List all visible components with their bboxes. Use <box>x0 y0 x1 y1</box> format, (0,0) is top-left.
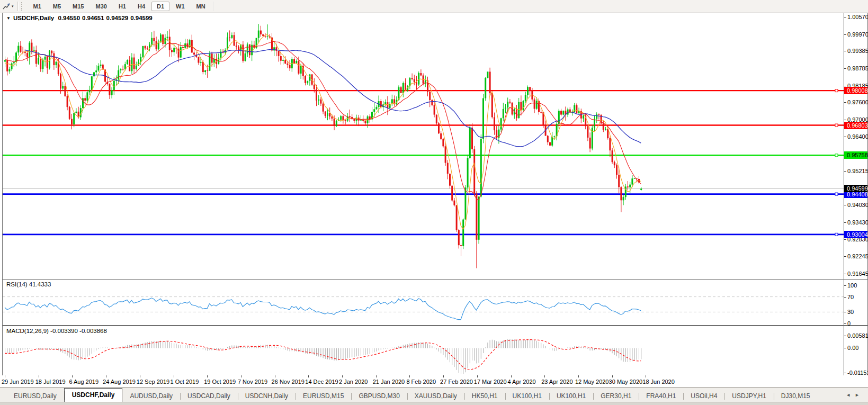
tabs-scroll-right-icon[interactable]: ► <box>855 392 864 398</box>
axis-tick-label: 0.92245 <box>844 253 868 260</box>
date-tick-mark <box>646 375 646 377</box>
title-low: 0.94529 <box>106 15 129 21</box>
chart-tab-eurusd-m15[interactable]: EURUSD,M15 <box>296 391 351 402</box>
toolbar-separator-2 <box>213 2 213 11</box>
title-symbol-period: USDCHF,Daily <box>13 15 54 21</box>
date-tick-mark <box>544 375 545 377</box>
axis-tick-label: 0.95215 <box>844 168 868 175</box>
date-tick-mark <box>409 375 410 377</box>
axis-tick-label: 0.93430 <box>844 219 868 226</box>
level-price-badge: 0.96803 <box>844 122 867 129</box>
chart-tab-usdcad-daily[interactable]: USDCAD,Daily <box>180 391 238 402</box>
date-label: 2 Jan 2020 <box>339 379 368 385</box>
axis-tick-label: 0.99385 <box>844 48 868 55</box>
date-label: 29 Jun 2019 <box>2 379 34 385</box>
macd-label: MACD(12,26,9) -0.003390 -0.003868 <box>6 328 107 334</box>
date-label: 23 Apr 2020 <box>541 379 572 385</box>
timeframe-button-m1[interactable]: M1 <box>28 2 47 11</box>
date-label: 18 Jun 2020 <box>642 379 675 385</box>
level-price-badge: 0.95758 <box>844 151 867 159</box>
level-price-badge: 0.93004 <box>844 231 867 238</box>
chart-tab-usdcnh-daily[interactable]: USDCNH,Daily <box>238 391 296 402</box>
timeframe-button-w1[interactable]: W1 <box>171 2 190 11</box>
date-label: 27 Feb 2020 <box>440 379 473 385</box>
axis-tick-label: 70 <box>844 294 868 301</box>
date-tick-mark <box>612 375 613 377</box>
date-tick-mark <box>106 375 106 377</box>
axis-tick-label: 100 <box>844 282 868 289</box>
axis-tick-label: 0.94030 <box>844 202 868 209</box>
timeframe-button-h4[interactable]: H4 <box>132 2 150 11</box>
macd-axis: 0.0058180.00-0.011514 <box>844 326 867 376</box>
chart-tab-usoil-h4[interactable]: USOil,H4 <box>683 391 724 402</box>
date-tick-mark <box>72 375 73 377</box>
rsi-plot[interactable]: RSI(14) 41.4333 <box>3 280 844 325</box>
date-tick-mark <box>5 375 5 377</box>
current-price-badge: 0.94599 <box>844 185 867 192</box>
chart-tab-ger30-h1[interactable]: GER30,H1 <box>593 391 639 402</box>
chart-tab-eurusd-daily[interactable]: EURUSD,Daily <box>6 391 64 402</box>
timeframe-button-h1[interactable]: H1 <box>113 2 131 11</box>
chart-tab-fra40-h1[interactable]: FRA40,H1 <box>639 391 683 402</box>
date-tick-mark <box>241 375 241 377</box>
title-close: 0.94599 <box>130 15 153 21</box>
rsi-label: RSI(14) 41.4333 <box>6 281 51 287</box>
date-label: 21 Jan 2020 <box>373 379 405 385</box>
date-label: 8 Feb 2020 <box>406 379 436 385</box>
title-high: 0.94651 <box>82 15 104 21</box>
tool-dropdown-icon[interactable]: ▾ <box>12 4 14 8</box>
axis-tick-label: 0.98785 <box>844 65 868 72</box>
axis-tick-label: 30 <box>844 309 868 316</box>
tabs-scroll-left-icon[interactable]: ◄ <box>846 392 855 398</box>
date-label: 17 Mar 2020 <box>474 379 507 385</box>
title-open: 0.94550 <box>58 15 80 21</box>
axis-tick-label: 0.005818 <box>844 332 868 339</box>
chart-tab-uk100-h1[interactable]: UK100,H1 <box>549 391 593 402</box>
date-label: 6 Aug 2019 <box>69 379 99 385</box>
macd-window: MACD(12,26,9) -0.003390 -0.003868 0.0058… <box>2 326 868 376</box>
date-label: 30 May 2020 <box>609 379 643 385</box>
crosshair-tool-icon[interactable] <box>1 2 12 11</box>
timeframe-button-m5[interactable]: M5 <box>48 2 66 11</box>
date-tick-mark <box>207 375 208 377</box>
date-tick-mark <box>342 375 343 377</box>
axis-tick-label: 0.99970 <box>844 31 868 38</box>
chart-tab-hk50-h1[interactable]: HK50,H1 <box>464 391 505 402</box>
chart-tab-xauusd-daily[interactable]: XAUUSD,Daily <box>407 391 464 402</box>
candlestick-chart[interactable] <box>3 13 844 278</box>
date-label: 12 May 2020 <box>575 379 609 385</box>
timeframe-button-d1[interactable]: D1 <box>151 2 169 11</box>
date-label: 14 Dec 2019 <box>305 379 338 385</box>
chart-tab-uk100-h1[interactable]: UK100,H1 <box>505 391 549 402</box>
macd-plot[interactable]: MACD(12,26,9) -0.003390 -0.003868 <box>3 326 844 376</box>
chart-tab-usdchf-daily[interactable]: USDCHF,Daily <box>64 388 123 402</box>
timeframe-button-m15[interactable]: M15 <box>67 2 89 11</box>
axis-tick-label: 1.00570 <box>844 14 868 21</box>
date-label: 7 Nov 2019 <box>238 379 267 385</box>
top-toolbar: ▾ M1M5M15M30H1H4D1W1MN <box>0 0 868 13</box>
timeframe-button-mn[interactable]: MN <box>191 2 211 11</box>
date-label: 24 Aug 2019 <box>103 379 136 385</box>
chart-tab-gbpusd-m30[interactable]: GBPUSD,M30 <box>351 391 407 402</box>
date-tick-mark <box>140 375 140 377</box>
tabs-scroll-arrows: ◄► <box>846 392 864 398</box>
timeframe-button-m30[interactable]: M30 <box>90 2 112 11</box>
chart-tab-audusd-daily[interactable]: AUDUSD,Daily <box>122 391 180 402</box>
main-chart-plot[interactable]: ▼USDCHF,Daily 0.945500.946510.945290.945… <box>3 13 844 280</box>
date-label: 19 Oct 2019 <box>204 379 236 385</box>
timeframe-buttons: M1M5M15M30H1H4D1W1MN <box>28 2 211 11</box>
main-chart-window: ▼USDCHF,Daily 0.945500.946510.945290.945… <box>2 13 868 280</box>
toolbar-separator <box>17 2 18 11</box>
axis-tick-label: 0.00 <box>844 345 868 352</box>
macd-chart <box>3 326 844 375</box>
toolbar-grip-handle[interactable] <box>21 2 24 11</box>
axis-tick-label: 0.91645 <box>844 271 868 277</box>
chart-tab-bar: EURUSD,DailyUSDCHF,DailyAUDUSD,DailyUSDC… <box>0 387 868 405</box>
chart-tab-usdjpy-h1[interactable]: USDJPY,H1 <box>724 391 773 402</box>
date-label: 18 Jul 2019 <box>35 379 66 385</box>
date-label: 26 Nov 2019 <box>272 379 305 385</box>
price-axis: 1.005700.999700.993850.987850.981850.976… <box>844 13 867 280</box>
chart-tab-dj30-m15[interactable]: DJ30,M15 <box>774 391 818 402</box>
title-dropdown-icon[interactable]: ▼ <box>6 16 11 21</box>
rsi-window: RSI(14) 41.4333 10070300 <box>2 279 868 326</box>
